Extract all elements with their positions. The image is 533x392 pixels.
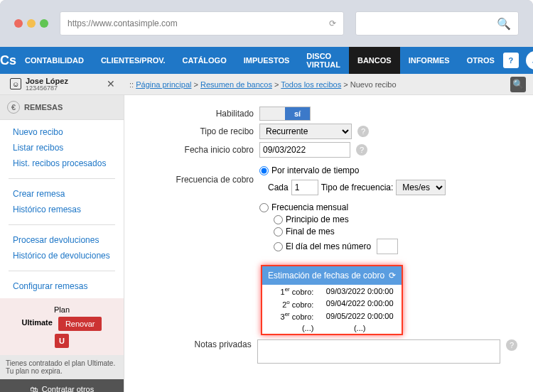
- plan-badge: U: [55, 334, 69, 348]
- switch-user-icon[interactable]: ✕: [107, 78, 115, 89]
- user-name: Jose López: [26, 77, 68, 85]
- select-tipofreq[interactable]: Mes/es: [396, 180, 446, 195]
- table-row: 2o cobro:09/04/2022 0:00:00: [262, 298, 402, 310]
- help-icon[interactable]: ?: [503, 53, 519, 68]
- toggle-habilitado[interactable]: sí: [259, 107, 311, 121]
- nav-contabilidad[interactable]: CONTABILIDAD: [16, 47, 92, 74]
- sub-bar: ☺ Jose López 123456787 ✕ :: Página princ…: [0, 74, 533, 95]
- crumb-current: Nuevo recibo: [350, 80, 397, 89]
- nav-bancos[interactable]: BANCOS: [349, 47, 400, 74]
- table-row: 1er cobro:09/03/2022 0:00:00: [262, 285, 402, 298]
- hint-icon[interactable]: ?: [506, 339, 517, 351]
- textarea-notas[interactable]: [257, 339, 501, 364]
- hint-icon[interactable]: ?: [357, 126, 369, 137]
- reload-icon[interactable]: ⟳: [389, 271, 396, 281]
- nav-disco[interactable]: DISCO VIRTUAL: [298, 47, 349, 74]
- euro-icon: €: [7, 101, 20, 114]
- input-cada[interactable]: [291, 180, 318, 195]
- select-tipo[interactable]: Recurrente: [259, 124, 352, 139]
- user-id: 123456787: [26, 85, 68, 92]
- bag-icon: 🛍: [30, 385, 38, 392]
- crumb-home[interactable]: Página principal: [136, 80, 191, 89]
- label-mensual: Frecuencia mensual: [271, 202, 348, 212]
- side-procesar-dev[interactable]: Procesar devoluciones: [13, 232, 124, 248]
- renew-button[interactable]: Renovar: [58, 317, 102, 331]
- estimation-table: 1er cobro:09/03/2022 0:00:00 2o cobro:09…: [262, 285, 402, 334]
- user-icon: ☺: [10, 78, 21, 89]
- side-hist-procesados[interactable]: Hist. recibos procesados: [13, 156, 124, 171]
- estimation-panel: Estimación de fechas de cobro ⟳ 1er cobr…: [261, 265, 403, 335]
- radio-final[interactable]: [274, 227, 283, 236]
- radio-mensual[interactable]: [259, 203, 269, 212]
- plan-box: Plan Ultimate Renovar U: [0, 298, 124, 355]
- contract-button[interactable]: 🛍 Contratar otros: [0, 379, 124, 392]
- hint-icon[interactable]: ?: [356, 144, 367, 156]
- label-tipo: Tipo de recibo: [140, 126, 254, 136]
- brand-logo[interactable]: Cs: [0, 47, 16, 74]
- label-fecha: Fecha inicio cobro: [140, 145, 254, 155]
- avatar[interactable]: J: [526, 51, 533, 70]
- plan-label: Plan: [7, 305, 117, 314]
- table-row: (...)(...): [262, 322, 402, 334]
- nav-catalogo[interactable]: CATÁLOGO: [174, 47, 235, 74]
- nav-clientes[interactable]: CLIENTES/PROV.: [92, 47, 174, 74]
- main-nav: Cs CONTABILIDAD CLIENTES/PROV. CATÁLOGO …: [0, 47, 533, 74]
- crumb-bancos[interactable]: Resumen de bancos: [200, 80, 272, 89]
- table-row: 3er cobro:09/05/2022 0:00:00: [262, 310, 402, 322]
- url-text: https://www.contasimple.com: [68, 18, 178, 28]
- crumb-recibos[interactable]: Todos los recibos: [281, 80, 341, 89]
- address-bar[interactable]: https://www.contasimple.com ⟳: [60, 11, 344, 36]
- radio-intervalo[interactable]: [259, 166, 269, 175]
- nav-impuestos[interactable]: IMPUESTOS: [235, 47, 298, 74]
- label-intervalo: Por intervalo de tiempo: [271, 165, 359, 175]
- page-search-icon[interactable]: 🔍: [510, 77, 526, 92]
- refresh-icon[interactable]: ⟳: [329, 18, 336, 28]
- plan-note: Tienes contratado el plan Ultimate. Tu p…: [0, 355, 124, 379]
- sidebar-heading: € REMESAS: [0, 95, 124, 120]
- search-icon: 🔍: [497, 17, 511, 31]
- label-freq: Frecuencia de cobro: [140, 163, 254, 185]
- side-hist-remesas[interactable]: Histórico remesas: [13, 202, 124, 217]
- side-hist-dev[interactable]: Histórico de devoluciones: [13, 248, 124, 263]
- radio-principio[interactable]: [274, 215, 283, 224]
- nav-otros[interactable]: OTROS: [458, 47, 503, 74]
- form-content: Habilitado sí Tipo de recibo Recurrente …: [124, 95, 533, 392]
- maximize-dot[interactable]: [40, 19, 48, 28]
- side-crear-remesa[interactable]: Crear remesa: [13, 186, 124, 202]
- side-config[interactable]: Configurar remesas: [13, 278, 124, 294]
- input-dia[interactable]: [377, 239, 398, 254]
- nav-informes[interactable]: INFORMES: [400, 47, 458, 74]
- close-dot[interactable]: [14, 19, 23, 28]
- input-fecha[interactable]: [259, 142, 350, 158]
- label-habilitado: Habilitado: [140, 109, 254, 119]
- window-controls: [14, 19, 48, 28]
- sidebar: € REMESAS Nuevo recibo Listar recibos Hi…: [0, 95, 124, 392]
- plan-name: Ultimate: [22, 318, 53, 327]
- window-titlebar: https://www.contasimple.com ⟳ 🔍: [0, 0, 533, 47]
- side-listar-recibos[interactable]: Listar recibos: [13, 140, 124, 156]
- side-nuevo-recibo[interactable]: Nuevo recibo: [13, 124, 124, 140]
- minimize-dot[interactable]: [27, 19, 36, 28]
- browser-search[interactable]: 🔍: [355, 11, 519, 36]
- label-notas: Notas privadas: [140, 339, 252, 349]
- user-box[interactable]: ☺ Jose López 123456787 ✕: [0, 77, 121, 92]
- breadcrumb: :: Página principal > Resumen de bancos …: [121, 80, 397, 89]
- estimation-title: Estimación de fechas de cobro: [268, 271, 384, 281]
- radio-dia[interactable]: [274, 242, 283, 251]
